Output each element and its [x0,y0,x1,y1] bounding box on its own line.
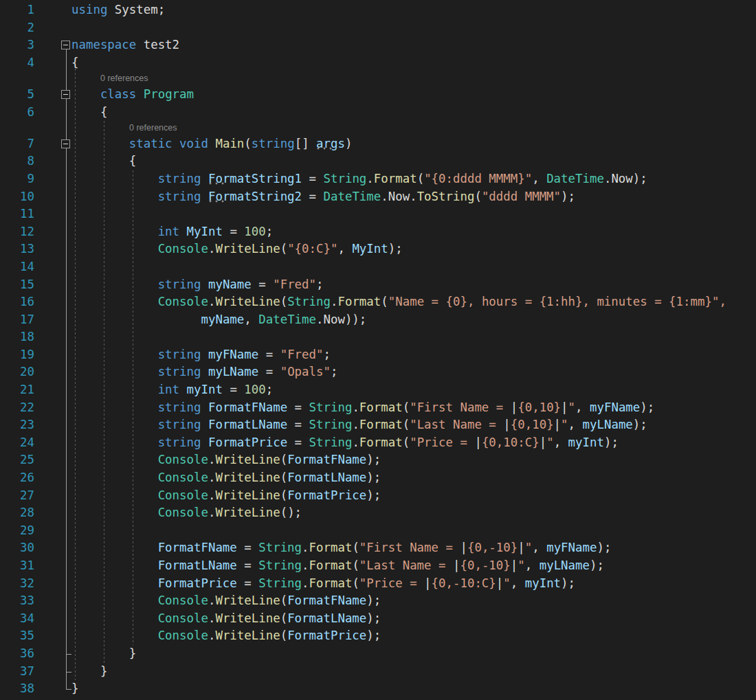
code-line[interactable]: 27 Console.WriteLine(FormatPrice); [0,487,756,505]
code-line[interactable]: 30 FormatFName = String.Format("First Na… [0,539,756,557]
code-line-text[interactable]: int myInt = 100; [0,381,756,399]
code-line[interactable]: 18 [0,328,756,346]
token-p: ( [352,558,359,572]
code-line-text[interactable]: Console.WriteLine(FormatLName); [0,610,756,628]
token-v: FormatPrice [287,488,366,502]
code-line-text[interactable]: FormatFName = String.Format("First Name … [0,539,756,557]
code-line-text[interactable]: string FormatFName = String.Format("Firs… [0,399,756,417]
code-line-text[interactable]: string FormatLName = String.Format("Last… [0,416,756,434]
code-line[interactable]: 29 [0,522,756,540]
code-line-text[interactable]: string myName = "Fred"; [0,276,756,294]
code-line[interactable]: 24 string FormatPrice = String.Format("P… [0,434,756,452]
fold-collapse-button[interactable] [61,90,70,99]
codelens-references[interactable]: 0 references [0,121,756,135]
code-line-text[interactable]: string myFName = "Fred"; [0,346,756,364]
code-line-text[interactable]: using System; [0,1,756,19]
token-t: Console [158,594,208,607]
code-line-text[interactable]: { [0,153,756,170]
code-line-text[interactable]: string FormatString1 = String.Format("{0… [0,170,756,188]
token-w: | [511,400,518,414]
code-line[interactable]: 23 string FormatLName = String.Format("L… [0,416,756,434]
code-line[interactable]: 5 class Program [0,86,756,104]
code-line-text[interactable]: string FormatPrice = String.Format("Pric… [0,434,756,452]
code-line[interactable]: 25 Console.WriteLine(FormatFName); [0,451,756,469]
code-line-text[interactable]: } [0,645,756,663]
code-line[interactable]: 2 [0,19,756,37]
token-n: 100 [244,225,265,238]
code-line[interactable]: 37 } [0,663,756,681]
token-s: {0,10} [511,418,554,431]
token-s: "{0:C}" [287,242,337,256]
code-line[interactable]: 20 string myLName = "Opals"; [0,363,756,381]
code-line[interactable]: 3namespace test2 [0,36,756,54]
code-line[interactable]: 31 FormatLName = String.Format("Last Nam… [0,557,756,575]
code-line[interactable]: 32 FormatPrice = String.Format("Price = … [0,575,756,593]
fold-collapse-button[interactable] [61,139,70,148]
token-p [71,278,158,291]
code-line[interactable]: 38} [0,680,756,698]
token-p: { [71,154,136,168]
code-line[interactable]: 17 myName, DateTime.Now)); [0,311,756,329]
code-line[interactable]: 9 string FormatString1 = String.Format("… [0,170,756,188]
code-line[interactable]: 12 int MyInt = 100; [0,223,756,241]
code-editor[interactable]: 1using System;23namespace test24{0 refer… [0,0,756,700]
code-line-text[interactable]: namespace test2 [0,36,756,54]
token-p: .Now); [604,172,647,185]
code-line[interactable]: 28 Console.WriteLine(); [0,504,756,522]
token-v: FormatString1 [208,172,302,185]
code-line-text[interactable]: { [0,54,756,72]
code-line-text[interactable]: string FormatString2 = DateTime.Now.ToSt… [0,188,756,206]
code-line-text[interactable]: static void Main(string[] args) [0,135,756,153]
code-line[interactable]: 7 static void Main(string[] args) [0,135,756,153]
code-line-text[interactable]: Console.WriteLine("{0:C}", MyInt); [0,240,756,258]
code-line[interactable]: 33 Console.WriteLine(FormatFName); [0,592,756,610]
code-line-text[interactable]: FormatPrice = String.Format("Price = |{0… [0,575,756,593]
code-line-text[interactable]: Console.WriteLine(FormatFName); [0,592,756,610]
code-line[interactable]: 16 Console.WriteLine(String.Format("Name… [0,293,756,311]
token-p: ( [403,400,410,414]
code-line-text[interactable]: } [0,663,756,681]
code-line[interactable]: 11 [0,205,756,223]
code-line[interactable]: 35 Console.WriteLine(FormatPrice); [0,627,756,645]
code-line[interactable]: 8 { [0,153,756,170]
code-line[interactable]: 34 Console.WriteLine(FormatLName); [0,610,756,628]
codelens-references[interactable]: 0 references [0,71,756,86]
code-line[interactable]: 19 string myFName = "Fred"; [0,346,756,364]
code-line-text[interactable]: } [0,680,756,698]
code-line-text[interactable]: myName, DateTime.Now)); [0,311,756,329]
code-line-text[interactable]: Console.WriteLine(FormatFName); [0,451,756,469]
code-line[interactable]: 13 Console.WriteLine("{0:C}", MyInt); [0,240,756,258]
code-line[interactable]: 15 string myName = "Fred"; [0,276,756,294]
token-p [201,365,208,379]
codelens-label[interactable]: 0 references [100,74,148,83]
token-p: ( [403,436,410,449]
line-number: 25 [0,451,34,469]
code-line[interactable]: 4{ [0,54,756,72]
code-line[interactable]: 22 string FormatFName = String.Format("F… [0,399,756,417]
code-line[interactable]: 1using System; [0,1,756,19]
fold-collapse-button[interactable] [61,41,70,49]
code-line[interactable]: 26 Console.WriteLine(FormatLName); [0,469,756,487]
code-line-text[interactable]: Console.WriteLine(FormatPrice); [0,487,756,505]
code-line[interactable]: 6 { [0,104,756,122]
code-line-text[interactable]: { [0,104,756,122]
code-line-text[interactable]: Console.WriteLine(String.Format("Name = … [0,293,756,311]
token-m: WriteLine [215,629,280,642]
code-line-text[interactable]: class Program [0,86,756,104]
code-line-text[interactable]: Console.WriteLine(); [0,504,756,522]
token-p: = [237,541,258,554]
code-line-text[interactable]: Console.WriteLine(FormatPrice); [0,627,756,645]
code-line[interactable]: 10 string FormatString2 = DateTime.Now.T… [0,188,756,206]
code-line-text[interactable]: string myLName = "Opals"; [0,363,756,381]
code-line[interactable]: 14 [0,258,756,276]
codelens-label[interactable]: 0 references [129,123,177,133]
token-p [71,87,100,101]
token-p: , [525,558,540,572]
code-line[interactable]: 36 } [0,645,756,663]
code-line-text[interactable]: Console.WriteLine(FormatLName); [0,469,756,487]
code-line-text[interactable]: FormatLName = String.Format("Last Name =… [0,557,756,575]
token-s: " [561,418,568,431]
token-p: } [71,664,107,678]
code-line[interactable]: 21 int myInt = 100; [0,381,756,399]
code-line-text[interactable]: int MyInt = 100; [0,223,756,241]
